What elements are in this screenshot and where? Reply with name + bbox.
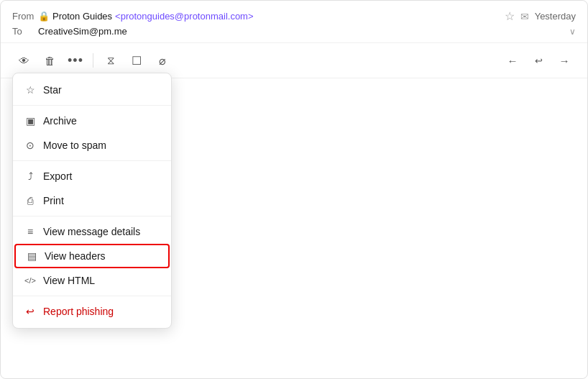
menu-item-move-to-spam[interactable]: ⊙ Move to spam [13,133,171,157]
menu-item-view-message-details[interactable]: ≡ View message details [13,219,171,244]
separator-1 [13,105,171,106]
separator-4 [13,296,171,296]
to-label: To [12,26,38,37]
menu-label-details: View message details [43,226,140,237]
menu-label-html: View HTML [43,275,95,286]
menu-label-spam: Move to spam [43,140,106,151]
headers-menu-icon: ▤ [26,250,37,262]
trash-icon: 🗑 [45,55,55,67]
label-icon: ⌀ [159,54,166,68]
to-row: To CreativeSim@pm.me ∨ [12,26,576,37]
filter-icon: ⧖ [107,54,115,67]
export-menu-icon: ⤴ [24,170,36,182]
delete-button[interactable]: 🗑 [38,49,61,72]
to-email: CreativeSim@pm.me [38,26,127,37]
toolbar-divider [93,53,93,68]
menu-label-print: Print [43,195,64,206]
filter-button[interactable]: ⧖ [99,49,122,72]
toolbar-left: 👁 🗑 ••• ⧖ ☐ ⌀ [12,49,174,72]
from-row: From 🔒 Proton Guides <protonguides@proto… [12,9,576,23]
separator-3 [13,216,171,216]
back-button[interactable]: ← [501,49,524,72]
menu-label-phishing: Report phishing [43,306,114,317]
chevron-down-icon[interactable]: ∨ [569,27,576,37]
menu-item-print[interactable]: ⎙ Print [13,188,171,213]
menu-label-archive: Archive [43,115,77,127]
star-icon[interactable]: ☆ [505,9,515,23]
details-menu-icon: ≡ [24,226,36,237]
archive-menu-icon: ▣ [24,115,36,127]
back-icon: ← [507,55,518,67]
mail-icon: ✉ [520,11,529,22]
phishing-menu-icon: ↩ [24,306,36,317]
view-icon: 👁 [19,55,29,67]
header-date-area: ☆ ✉ Yesterday [505,9,576,23]
sender-email: <protonguides@protonmail.com> [115,11,253,22]
menu-label-headers: View headers [45,250,106,262]
menu-item-export[interactable]: ⤴ Export [13,164,171,188]
view-button[interactable]: 👁 [12,49,35,72]
sender-name: Proton Guides [52,11,112,22]
more-icon: ••• [68,53,83,68]
menu-item-view-html[interactable]: </> View HTML [13,268,171,293]
toolbar-right: ← ↩ → [501,49,576,72]
menu-label-export: Export [43,170,72,182]
from-details: 🔒 Proton Guides <protonguides@protonmail… [38,11,505,22]
menu-label-star: Star [43,84,62,96]
prev-icon: ↩ [535,55,543,66]
date-text: Yesterday [535,11,576,22]
star-menu-icon: ☆ [24,84,36,96]
lock-icon: 🔒 [38,11,50,22]
dropdown-menu: ☆ Star ▣ Archive ⊙ Move to spam ⤴ Export… [12,73,172,329]
spam-menu-icon: ⊙ [24,140,36,151]
next-button[interactable]: → [553,49,576,72]
email-panel: From 🔒 Proton Guides <protonguides@proto… [0,0,588,379]
separator-2 [13,160,171,161]
menu-item-star[interactable]: ☆ Star [13,78,171,102]
email-header: From 🔒 Proton Guides <protonguides@proto… [1,1,587,43]
select-button[interactable]: ☐ [125,49,148,72]
label-button[interactable]: ⌀ [151,49,174,72]
more-button[interactable]: ••• [64,49,87,72]
prev-button[interactable]: ↩ [527,49,550,72]
from-label: From [12,11,38,22]
next-icon: → [559,55,570,67]
menu-item-view-headers[interactable]: ▤ View headers [14,244,170,268]
square-icon: ☐ [132,54,142,68]
menu-item-archive[interactable]: ▣ Archive [13,109,171,133]
print-menu-icon: ⎙ [24,195,36,206]
menu-item-report-phishing[interactable]: ↩ Report phishing [13,299,171,324]
html-menu-icon: </> [24,276,36,285]
